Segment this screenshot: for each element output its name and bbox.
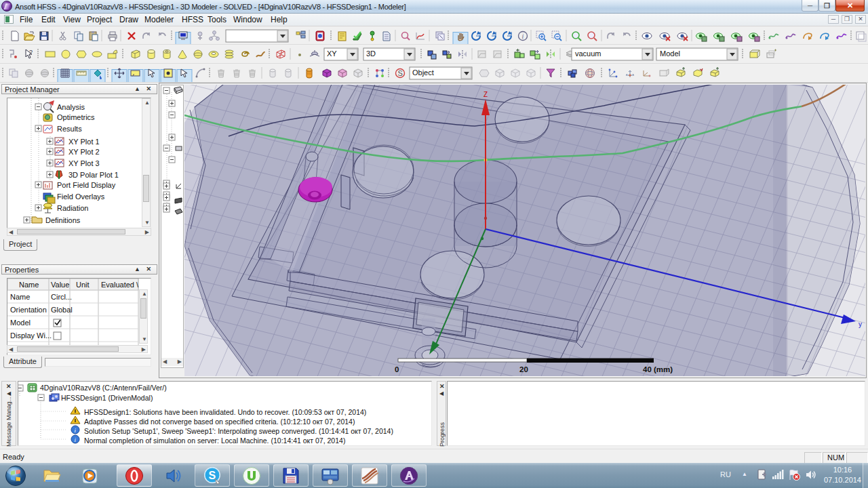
svg-text:Solution Setup 'Setup1', Sweep: Solution Setup 'Setup1', Sweep 'Sweep1':…	[84, 427, 393, 435]
svg-text:S: S	[209, 470, 216, 481]
svg-text:i: i	[522, 33, 524, 40]
svg-text:y: y	[859, 321, 862, 328]
svg-text:Name: Name	[19, 281, 39, 289]
svg-text:Model: Model	[660, 49, 680, 58]
svg-text:Circl...: Circl...	[51, 293, 72, 301]
svg-text:Port Field Display: Port Field Display	[57, 181, 116, 189]
svg-text:HFSSDesign1 (DrivenModal): HFSSDesign1 (DrivenModal)	[61, 394, 153, 402]
svg-text:4DginaV10RazvV8 (C:/Antenn/Fai: 4DginaV10RazvV8 (C:/Antenn/Fail/Ver/)	[40, 384, 167, 392]
svg-text:Optimetrics: Optimetrics	[57, 113, 95, 121]
svg-text:Model: Model	[10, 319, 31, 327]
svg-text:XY: XY	[327, 49, 337, 58]
svg-text:?: ?	[29, 49, 33, 56]
svg-text:0: 0	[395, 365, 399, 373]
svg-text:S: S	[398, 69, 403, 77]
svg-text:40 (mm): 40 (mm)	[643, 365, 673, 373]
svg-text:Normal completion of simulatio: Normal completion of simulation on serve…	[84, 436, 345, 445]
svg-text:3D Polar Plot 1: 3D Polar Plot 1	[68, 171, 119, 179]
svg-text:3D: 3D	[366, 49, 376, 58]
svg-text:Definitions: Definitions	[45, 216, 81, 224]
svg-text:Global: Global	[51, 306, 73, 314]
svg-text:Value: Value	[51, 281, 69, 289]
svg-text:Object: Object	[412, 68, 434, 77]
svg-text:Z: Z	[484, 91, 488, 98]
svg-text:Name: Name	[10, 293, 30, 301]
svg-text:Evaluated \: Evaluated \	[101, 281, 139, 289]
svg-text:Results: Results	[57, 125, 82, 133]
svg-text:Unit: Unit	[76, 281, 90, 289]
svg-text:Field Overlays: Field Overlays	[57, 192, 105, 201]
svg-text:Radiation: Radiation	[57, 204, 88, 212]
svg-text:Display Wi...: Display Wi...	[10, 331, 52, 340]
svg-text:Adaptive Passes did not conver: Adaptive Passes did not converge based o…	[84, 418, 355, 426]
svg-text:XY Plot 3: XY Plot 3	[68, 159, 100, 167]
svg-text:XY Plot 2: XY Plot 2	[68, 148, 100, 156]
svg-text:vacuum: vacuum	[575, 49, 601, 58]
svg-text:HFSSDesign1: Solutions have be: HFSSDesign1: Solutions have been invalid…	[84, 408, 366, 416]
svg-text:20: 20	[519, 365, 528, 373]
svg-text:XY Plot 1: XY Plot 1	[68, 138, 100, 146]
svg-text:Orientation: Orientation	[10, 306, 47, 314]
svg-text:Analysis: Analysis	[57, 103, 85, 111]
